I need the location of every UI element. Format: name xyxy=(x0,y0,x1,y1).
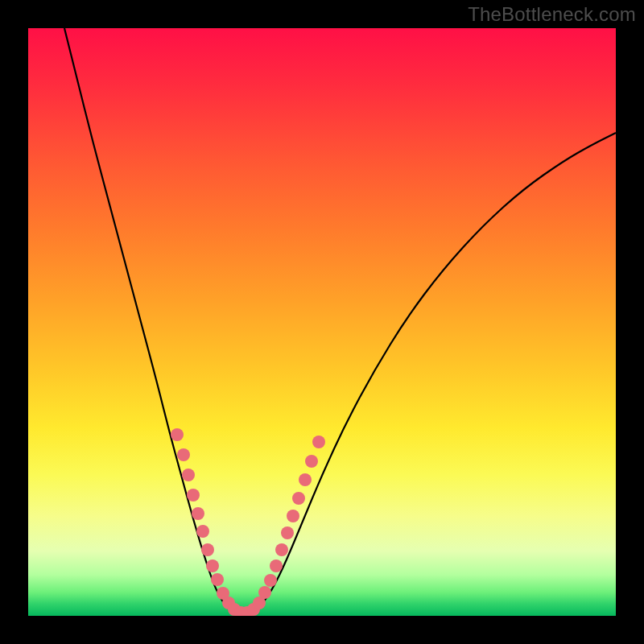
data-dot xyxy=(171,428,184,441)
data-dot xyxy=(299,473,312,486)
data-dot xyxy=(206,559,219,572)
data-dot xyxy=(292,492,305,505)
data-dot xyxy=(275,543,288,556)
data-dot xyxy=(196,525,209,538)
chart-svg xyxy=(28,28,616,616)
data-dot xyxy=(211,573,224,586)
data-dot xyxy=(182,469,195,481)
data-dot xyxy=(177,448,190,461)
chart-frame: TheBottleneck.com xyxy=(0,0,644,644)
data-dot xyxy=(312,436,325,448)
watermark-text: TheBottleneck.com xyxy=(468,3,636,26)
data-dot xyxy=(287,510,299,522)
data-dot xyxy=(305,455,318,468)
data-dot xyxy=(281,526,294,539)
data-dot xyxy=(258,586,271,599)
data-dot xyxy=(201,543,214,556)
data-dot xyxy=(264,574,277,587)
data-dot xyxy=(187,489,200,502)
plot-area xyxy=(28,28,616,616)
bottleneck-curve xyxy=(64,28,616,614)
data-dot xyxy=(270,559,283,572)
data-dot xyxy=(192,507,204,520)
